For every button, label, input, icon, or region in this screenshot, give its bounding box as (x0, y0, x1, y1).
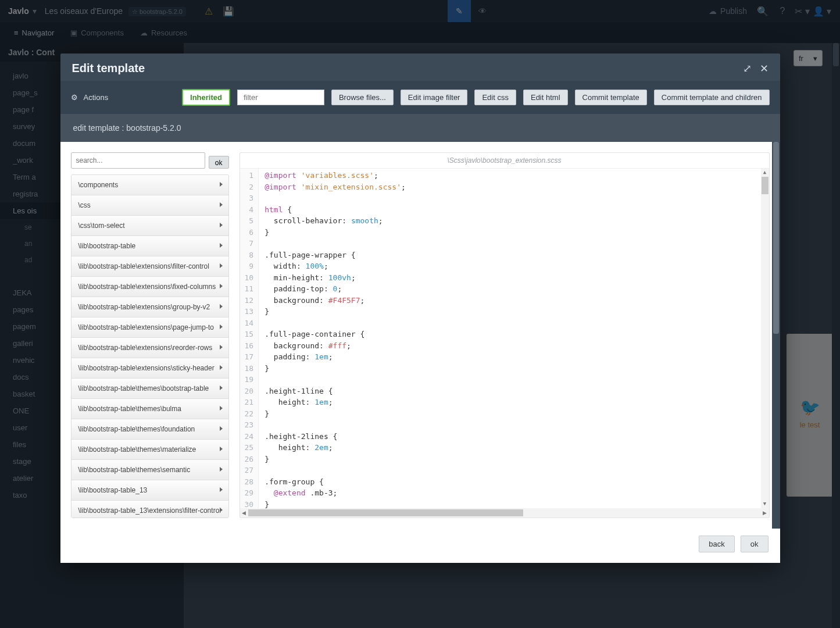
edit-image-filter-button[interactable]: Edit image filter (401, 90, 468, 105)
search-input[interactable] (71, 152, 205, 169)
editor-vertical-scrollbar[interactable]: ▲▼ (761, 169, 769, 508)
folder-item[interactable]: \lib\bootstrap-table\extensions\reorder-… (72, 338, 228, 358)
actions-menu[interactable]: ⚙ Actions (71, 93, 109, 102)
browse-files-button[interactable]: Browse files... (331, 90, 394, 105)
folder-item[interactable]: \lib\bootstrap-table_13 (72, 480, 228, 501)
modal-toolbar: ⚙ Actions Inherited Browse files... Edit… (60, 81, 780, 114)
editor-horizontal-scrollbar[interactable]: ◀▶ (240, 508, 769, 518)
code-file-path: \Scss\javlo\bootstrap_extension.scss (240, 153, 769, 169)
back-button[interactable]: back (699, 536, 734, 552)
modal-scrollbar[interactable] (772, 142, 780, 529)
modal-subhead: edit template : bootstrap-5.2.0 (60, 114, 780, 142)
folder-item[interactable]: \lib\bootstrap-table\themes\foundation (72, 419, 228, 440)
folder-item[interactable]: \lib\bootstrap-table\extensions\filter-c… (72, 256, 228, 277)
expand-arrow-icon (220, 324, 223, 329)
expand-arrow-icon (220, 263, 223, 268)
expand-arrow-icon (220, 223, 223, 227)
folder-list: \components\css\css\tom-select\lib\boots… (71, 174, 229, 518)
ok-button[interactable]: ok (741, 536, 768, 552)
commit-template-button[interactable]: Commit template (575, 90, 647, 105)
folder-item[interactable]: \lib\bootstrap-table\themes\bulma (72, 399, 228, 419)
inherited-button[interactable]: Inherited (182, 89, 230, 106)
folder-item[interactable]: \lib\bootstrap-table_13\extensions\filte… (72, 501, 228, 518)
folder-item[interactable]: \lib\bootstrap-table\extensions\page-jum… (72, 317, 228, 338)
commit-template-children-button[interactable]: Commit template and children (654, 90, 770, 105)
expand-arrow-icon (220, 386, 223, 390)
code-editor[interactable]: 1234567891011121314151617181920212223242… (240, 169, 769, 508)
expand-arrow-icon (220, 284, 223, 288)
modal-header: Edit template ⤢ ✕ (60, 53, 780, 81)
folder-item[interactable]: \lib\bootstrap-table (72, 236, 228, 256)
expand-arrow-icon (220, 406, 223, 411)
expand-arrow-icon (220, 202, 223, 207)
expand-arrow-icon (220, 345, 223, 349)
expand-arrow-icon (220, 182, 223, 187)
line-gutter: 1234567891011121314151617181920212223242… (240, 169, 259, 508)
search-ok-button[interactable]: ok (209, 156, 229, 169)
expand-arrow-icon (220, 243, 223, 248)
expand-icon[interactable]: ⤢ (743, 62, 752, 75)
code-editor-column: \Scss\javlo\bootstrap_extension.scss 123… (240, 152, 770, 518)
folder-item[interactable]: \lib\bootstrap-table\extensions\fixed-co… (72, 277, 228, 297)
expand-arrow-icon (220, 487, 223, 492)
folder-item[interactable]: \lib\bootstrap-table\extensions\sticky-h… (72, 358, 228, 379)
folder-item[interactable]: \lib\bootstrap-table\themes\bootstrap-ta… (72, 379, 228, 399)
close-icon[interactable]: ✕ (760, 62, 768, 75)
modal-footer: back ok (60, 529, 780, 563)
expand-arrow-icon (220, 365, 223, 370)
folder-item[interactable]: \css\tom-select (72, 216, 228, 236)
expand-arrow-icon (220, 467, 223, 472)
expand-arrow-icon (220, 447, 223, 451)
folder-item[interactable]: \lib\bootstrap-table\extensions\group-by… (72, 297, 228, 317)
modal-title: Edit template (72, 62, 145, 75)
folder-item[interactable]: \lib\bootstrap-table\themes\semantic (72, 460, 228, 480)
modal-backdrop: Edit template ⤢ ✕ ⚙ Actions Inherited Br… (0, 0, 840, 628)
folder-item[interactable]: \css (72, 195, 228, 216)
expand-arrow-icon (220, 304, 223, 309)
modal-body: ok \components\css\css\tom-select\lib\bo… (60, 142, 780, 529)
gear-icon: ⚙ (71, 93, 78, 102)
edit-html-button[interactable]: Edit html (523, 90, 568, 105)
code-area[interactable]: @import 'variables.scss';@import 'mixin_… (259, 169, 768, 508)
folder-item[interactable]: \lib\bootstrap-table\themes\materialize (72, 440, 228, 460)
folder-item[interactable]: \components (72, 175, 228, 195)
filter-input[interactable] (237, 90, 324, 105)
file-browser-column: ok \components\css\css\tom-select\lib\bo… (71, 152, 229, 518)
edit-css-button[interactable]: Edit css (474, 90, 516, 105)
expand-arrow-icon (220, 508, 223, 512)
expand-arrow-icon (220, 426, 223, 431)
edit-template-modal: Edit template ⤢ ✕ ⚙ Actions Inherited Br… (60, 53, 780, 563)
